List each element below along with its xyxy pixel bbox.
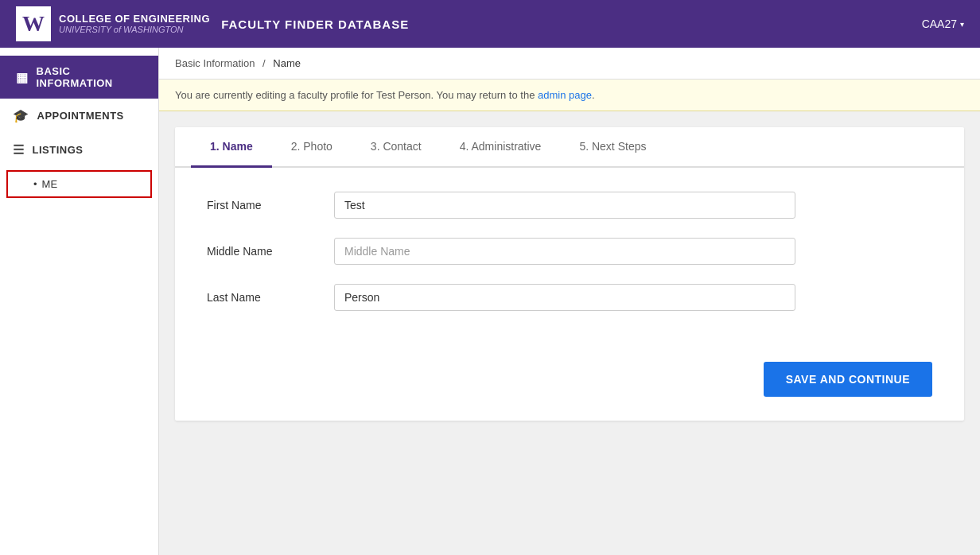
sidebar-item-listings[interactable]: ☰ LISTINGS xyxy=(0,133,158,167)
middle-name-row: Middle Name xyxy=(207,238,932,265)
alert-message-suffix: . xyxy=(592,89,595,101)
sidebar-item-appointments[interactable]: 🎓 APPOINTMENTS xyxy=(0,99,158,133)
user-name: CAA27 xyxy=(922,17,957,30)
breadcrumb-separator: / xyxy=(262,57,266,69)
first-name-row: First Name xyxy=(207,192,932,219)
breadcrumb: Basic Information / Name xyxy=(159,48,980,80)
sidebar-sub-item-label-me: ME xyxy=(42,178,58,190)
basic-information-icon: ▦ xyxy=(16,70,29,85)
alert-message-prefix: You are currently editing a faculty prof… xyxy=(175,89,538,101)
sidebar-item-label-appointments: APPOINTMENTS xyxy=(37,110,124,122)
tab-contact[interactable]: 3. Contact xyxy=(352,127,441,168)
admin-page-link[interactable]: admin page xyxy=(538,89,592,101)
tab-administrative[interactable]: 4. Administrative xyxy=(441,127,561,168)
user-menu-caret: ▾ xyxy=(960,20,964,29)
last-name-input[interactable] xyxy=(334,284,795,311)
middle-name-label: Middle Name xyxy=(207,245,334,258)
appointments-icon: 🎓 xyxy=(13,108,29,123)
sidebar: ▦ BASIC INFORMATION 🎓 APPOINTMENTS ☰ LIS… xyxy=(0,48,159,555)
first-name-input[interactable] xyxy=(334,192,795,219)
form-actions: SAVE AND CONTINUE xyxy=(175,354,964,397)
uw-logo-letter: W xyxy=(16,6,51,41)
tab-name[interactable]: 1. Name xyxy=(191,127,272,168)
university-name: UNIVERSITY of WASHINGTON xyxy=(59,25,210,35)
sidebar-item-basic-information[interactable]: ▦ BASIC INFORMATION xyxy=(0,56,158,99)
breadcrumb-current: Name xyxy=(273,57,301,69)
college-name: COLLEGE OF ENGINEERING xyxy=(59,13,210,25)
tab-photo[interactable]: 2. Photo xyxy=(272,127,352,168)
name-form: First Name Middle Name Last Name xyxy=(175,168,964,354)
sidebar-item-label-basic-information: BASIC INFORMATION xyxy=(37,65,146,89)
tab-next-steps[interactable]: 5. Next Steps xyxy=(560,127,665,168)
layout: ▦ BASIC INFORMATION 🎓 APPOINTMENTS ☰ LIS… xyxy=(0,48,980,555)
main-content: Basic Information / Name You are current… xyxy=(159,48,980,555)
content-area: 1. Name 2. Photo 3. Contact 4. Administr… xyxy=(175,127,964,421)
tabs: 1. Name 2. Photo 3. Contact 4. Administr… xyxy=(175,127,964,168)
save-and-continue-button[interactable]: SAVE AND CONTINUE xyxy=(764,362,932,397)
uw-text: COLLEGE OF ENGINEERING UNIVERSITY of WAS… xyxy=(59,13,210,36)
header-left: W COLLEGE OF ENGINEERING UNIVERSITY of W… xyxy=(16,6,409,41)
listings-icon: ☰ xyxy=(13,142,25,157)
user-menu[interactable]: CAA27 ▾ xyxy=(922,17,964,30)
sidebar-item-label-listings: LISTINGS xyxy=(33,144,84,156)
sidebar-sub-item-me[interactable]: • ME xyxy=(6,170,152,198)
middle-name-input[interactable] xyxy=(334,238,795,265)
first-name-label: First Name xyxy=(207,199,334,212)
alert-banner: You are currently editing a faculty prof… xyxy=(159,80,980,111)
breadcrumb-parent[interactable]: Basic Information xyxy=(175,57,255,69)
uw-logo: W COLLEGE OF ENGINEERING UNIVERSITY of W… xyxy=(16,6,210,41)
sub-item-bullet: • xyxy=(33,178,37,190)
last-name-row: Last Name xyxy=(207,284,932,311)
last-name-label: Last Name xyxy=(207,291,334,304)
app-title: FACULTY FINDER DATABASE xyxy=(221,17,409,31)
header: W COLLEGE OF ENGINEERING UNIVERSITY of W… xyxy=(0,0,980,48)
